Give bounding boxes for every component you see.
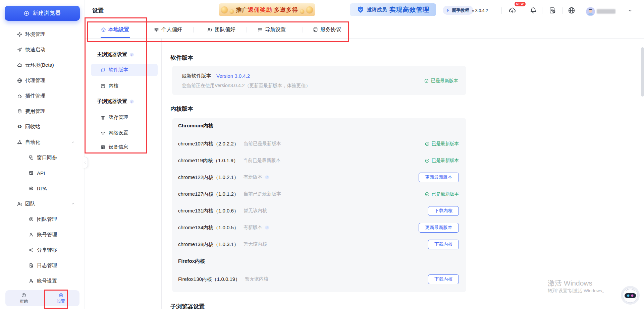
new-browser-button[interactable]: 新建浏览器 <box>5 6 80 21</box>
tab-divider <box>141 27 141 33</box>
sidebar-item-account-settings[interactable]: 账号设置 <box>0 273 85 289</box>
settings-nav-item-software-version[interactable]: 软件版本 <box>91 64 158 76</box>
promo-banner-segment: 多邀多得 <box>272 7 298 13</box>
promo-banner[interactable]: 推广返佣奖励 多邀多得 <box>219 3 315 16</box>
caret-up-icon <box>71 202 75 206</box>
info-icon[interactable]: i <box>265 225 269 230</box>
settings-nav-item-device-info[interactable]: 设备信息 <box>91 141 158 153</box>
kernel-name: chrome131内核（1.0.0.6） <box>178 208 239 214</box>
sidebar-item-label: 插件管理 <box>25 93 45 99</box>
sidebar-item-billing[interactable]: 费用管理 <box>0 104 85 119</box>
status-badge-label: 已是最新版本 <box>432 191 459 197</box>
avatar[interactable] <box>586 7 595 16</box>
kernel-status-text: 有新版本 <box>244 225 262 231</box>
sidebar-item-log-manage[interactable]: 日志管理 <box>0 258 85 273</box>
topbar-divider <box>501 7 502 14</box>
settings-nav-item-network-settings[interactable]: 网络设置 <box>91 127 158 139</box>
team-icon <box>17 201 22 207</box>
coin-icon <box>306 6 313 13</box>
settings-nav-item-label: 软件版本 <box>109 67 128 73</box>
sidebar-footer-settings[interactable]: 设置 <box>43 290 80 306</box>
sidebar-item-environment[interactable]: 环境管理 <box>0 26 85 42</box>
tutorial-button[interactable]: 新手教程 <box>443 6 473 15</box>
chevron-down-icon[interactable] <box>627 8 633 13</box>
download-kernel-button[interactable]: 下载内核 <box>428 240 459 249</box>
sidebar-item-team[interactable]: 团队 <box>0 196 85 211</box>
sidebar-collapse-handle[interactable] <box>83 157 88 168</box>
info-icon[interactable]: i <box>129 99 134 104</box>
tab-label: 服务协议 <box>320 26 341 33</box>
wifi-icon <box>100 130 106 136</box>
top-header: 设置 推广返佣奖励 多邀多得 邀请成员 实现高效管理 新手教程 v 3.0.4.… <box>85 0 644 21</box>
kernel-name: chrome122内核（1.0.2.1） <box>178 174 239 181</box>
sidebar-item-automation[interactable]: 自动化 <box>0 134 85 150</box>
status-badge-label: 已是最新版本 <box>431 78 458 84</box>
gear-icon <box>58 293 64 298</box>
list-settings-icon <box>257 27 263 33</box>
paper-plane-icon <box>17 47 22 53</box>
latest-version-link[interactable]: Version 3.0.4.2 <box>216 73 250 79</box>
download-kernel-button[interactable]: 下载内核 <box>428 206 459 216</box>
app-version: v 3.0.4.2 <box>472 8 488 13</box>
sidebar-item-api[interactable]: API <box>0 165 85 181</box>
software-version-card: 最新软件版本 Version 3.0.4.2 您当前正在使用Version3.0… <box>172 66 466 95</box>
sidebar-item-label: API <box>37 170 45 176</box>
settings-nav-item-cache-manage[interactable]: 缓存管理 <box>91 111 158 124</box>
sidebar-item-label: 团队 <box>25 201 35 207</box>
settings-nav-item-kernel[interactable]: 内核 <box>91 80 158 92</box>
info-icon[interactable]: i <box>265 175 269 180</box>
tab-personal-pref[interactable]: 个人偏好 <box>154 21 182 38</box>
sidebar-item-share-transfer[interactable]: 分享转移 <box>0 242 85 258</box>
page-title: 设置 <box>92 7 104 14</box>
check-circle-icon <box>425 192 430 197</box>
settings-secondary-nav: 主浏览器设置i软件版本内核子浏览器设置i缓存管理网络设置设备信息 <box>85 39 162 309</box>
status-badge: 已是最新版本 <box>425 158 459 164</box>
tab-nav-settings[interactable]: 导航设置 <box>257 21 286 38</box>
tab-label: 本地设置 <box>108 26 129 33</box>
settings-nav-group-title-text: 子浏览器设置 <box>97 98 127 105</box>
sidebar-item-team-manage[interactable]: 团队管理 <box>0 211 85 227</box>
window-sync-icon <box>29 155 34 160</box>
kernel-row: chrome122内核（1.0.2.1）有新版本i更新最新版本 <box>178 172 459 182</box>
sidebar-item-cloud-env[interactable]: 云环境(Beta) <box>0 57 85 73</box>
status-badge: 已是最新版本 <box>425 191 459 197</box>
scrollbar-thumb[interactable] <box>641 47 644 97</box>
check-circle-icon <box>425 158 430 163</box>
recycle-icon: ♻ <box>17 124 22 130</box>
update-kernel-button[interactable]: 更新最新版本 <box>419 223 459 233</box>
sidebar-item-recycle-bin[interactable]: ♻回收站 <box>0 119 85 134</box>
update-kernel-button[interactable]: 更新最新版本 <box>419 173 459 182</box>
invite-members-banner[interactable]: 邀请成员 实现高效管理 <box>350 3 436 16</box>
sidebar-item-plugins[interactable]: 插件管理 <box>0 88 85 104</box>
caret-up-icon <box>71 140 75 144</box>
tab-service-agreement[interactable]: 服务协议 <box>313 21 341 38</box>
sidebar-item-rpa[interactable]: RPA <box>0 181 85 196</box>
check-circle-icon <box>425 141 430 146</box>
sidebar-item-account-manage[interactable]: 账号管理 <box>0 227 85 242</box>
sidebar-item-window-sync[interactable]: 窗口同步 <box>0 150 85 165</box>
coin-icon <box>221 6 228 13</box>
tab-team-pref[interactable]: 团队偏好 <box>207 21 235 38</box>
share-icon <box>29 247 34 253</box>
tab-divider <box>193 27 194 33</box>
bell-icon[interactable] <box>529 6 537 14</box>
info-icon[interactable]: i <box>129 52 134 57</box>
puzzle-icon <box>17 93 22 99</box>
settings-nav-item-label: 缓存管理 <box>109 114 128 121</box>
invite-banner-highlight: 实现高效管理 <box>389 5 430 14</box>
sidebar-item-proxy[interactable]: 代理管理 <box>0 73 85 88</box>
download-kernel-button[interactable]: 下载内核 <box>428 274 459 284</box>
kernel-name: chrome138内核（1.0.3.1） <box>178 241 239 248</box>
assistant-robot-widget[interactable] <box>621 286 640 305</box>
agreement-icon <box>313 27 318 33</box>
shield-check-icon <box>357 6 365 14</box>
log-report-icon[interactable] <box>548 6 556 14</box>
cloud-upload-icon[interactable] <box>508 6 516 14</box>
status-badge-label: 已是最新版本 <box>432 141 459 147</box>
sidebar-footer-help[interactable]: 帮助 <box>5 290 43 306</box>
windows-activation-watermark-sub: 转到“设置”以激活 Windows。 <box>548 288 607 294</box>
globe-icon[interactable] <box>568 6 576 14</box>
new-browser-button-label: 新建浏览器 <box>33 10 61 17</box>
tab-local-settings[interactable]: 本地设置 <box>101 21 129 38</box>
sidebar-item-quick-launch[interactable]: 快速启动 <box>0 42 85 57</box>
